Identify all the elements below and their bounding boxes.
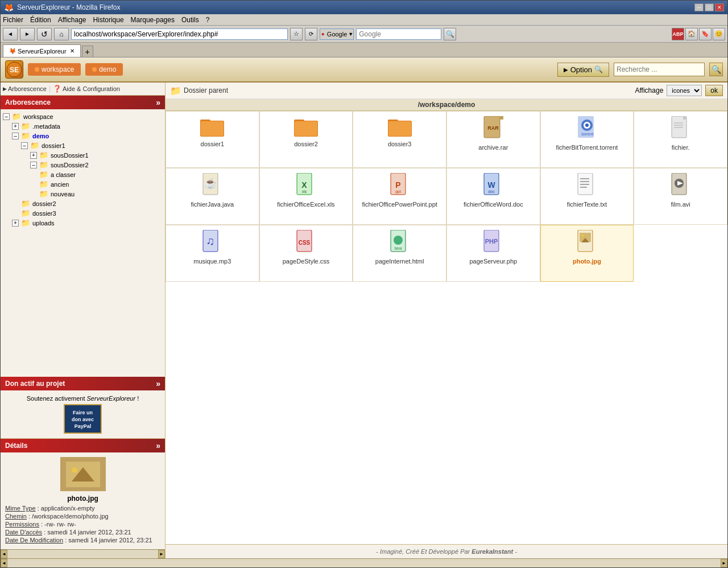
back-button[interactable]: ◄ <box>3 28 18 40</box>
file-cell-fichierTexte-txt[interactable]: fichierTexte.txt <box>540 168 634 225</box>
file-icon-video <box>671 173 691 199</box>
search-engine-dropdown-icon[interactable]: ▼ <box>348 31 353 37</box>
sidebar-scroll-track[interactable] <box>7 550 158 558</box>
browser-search-input[interactable] <box>356 28 441 40</box>
file-cell-dossier3[interactable]: dossier3 <box>353 111 446 168</box>
sidebar-scroll-right-btn[interactable]: ► <box>158 550 165 558</box>
expand-sousdossier1-icon[interactable]: + <box>30 152 37 159</box>
app-search-input[interactable] <box>614 63 705 76</box>
expand-workspace-icon[interactable]: – <box>3 113 10 120</box>
home-button[interactable]: ⌂ <box>54 28 69 40</box>
adblock-icon[interactable]: ABP <box>672 28 684 40</box>
tree-item-demo[interactable]: – 📁 demo <box>3 131 163 141</box>
file-icon-folder <box>388 116 412 138</box>
details-mime-row: Mime Type : application/x-empty <box>5 505 160 512</box>
paypal-button[interactable]: Faire undon avecPayPal <box>64 404 102 434</box>
maximize-button[interactable]: □ <box>705 3 714 11</box>
parent-folder-icon: 📁 <box>170 85 181 96</box>
section-collapse-icon[interactable]: » <box>156 98 160 107</box>
forward-button[interactable]: ► <box>20 28 35 40</box>
expand-uploads-icon[interactable]: + <box>12 220 19 227</box>
menu-outils[interactable]: Outils <box>181 16 199 24</box>
file-cell-pageInternet-html[interactable]: htmlpageInternet.html <box>353 225 446 282</box>
tree-item-uploads[interactable]: + 📁 uploads <box>3 218 163 228</box>
tree-item-dossier2[interactable]: 📁 dossier2 <box>3 199 163 208</box>
aide-config-nav-btn[interactable]: ❓ Aide & Configuration <box>53 85 120 93</box>
scroll-left-btn[interactable]: ◄ <box>1 559 7 567</box>
scroll-track[interactable] <box>7 559 721 567</box>
details-collapse-icon[interactable]: » <box>156 441 160 450</box>
reload-icon[interactable]: ⟳ <box>305 28 317 40</box>
file-cell-pageDeStyle-css[interactable]: CSSpageDeStyle.css <box>259 225 353 282</box>
tree-item-sousdossier2[interactable]: – 📁 sousDossier2 <box>3 160 163 170</box>
file-cell-dossier1[interactable]: dossier1 <box>166 111 259 168</box>
url-bar[interactable] <box>71 28 288 40</box>
browser-tab-main[interactable]: 🦊 ServeurExploreur ✕ <box>3 44 81 57</box>
donation-collapse-icon[interactable]: » <box>156 379 160 388</box>
parent-directory-button[interactable]: 📁 Dossier parent <box>170 85 228 96</box>
menu-affichage[interactable]: Affichage <box>58 16 86 24</box>
file-cell-ficherBitTorrent-torrent[interactable]: .torrentficherBitTorrent.torrent <box>540 111 634 168</box>
tree-item-sousdossier1[interactable]: + 📁 sousDossier1 <box>3 150 163 160</box>
sidebar-scroll-left-btn[interactable]: ◄ <box>1 550 7 558</box>
file-cell-fichierOfficeWord-doc[interactable]: WdocfichierOfficeWord.doc <box>446 168 540 225</box>
menu-edition[interactable]: Édition <box>30 16 51 24</box>
expand-demo-icon[interactable]: – <box>12 133 19 139</box>
tree-item-nouveau[interactable]: 📁 nouveau <box>3 189 163 199</box>
demo-tab[interactable]: demo <box>85 63 123 76</box>
file-cell-fichier-[interactable]: fichier. <box>634 111 727 168</box>
bookmark-star-icon[interactable]: ☆ <box>290 28 303 40</box>
svg-marker-18 <box>500 116 503 120</box>
home-icon[interactable]: 🏠 <box>685 28 698 40</box>
close-button[interactable]: ✕ <box>715 3 724 11</box>
tree-item-dossier3[interactable]: 📁 dossier3 <box>3 208 163 218</box>
tree-label-nouveau: nouveau <box>51 191 75 197</box>
file-name-label: dossier1 <box>201 141 225 147</box>
file-icon-css: CSS <box>296 230 316 256</box>
svg-rect-8 <box>201 121 224 136</box>
details-mime-value: application/x-empty <box>41 505 95 512</box>
tree-item-dossier1[interactable]: – 📁 dossier1 <box>3 141 163 150</box>
file-cell-archive-rar[interactable]: RARarchive.rar <box>446 111 540 168</box>
arborescence-label: Arborescence <box>8 85 47 92</box>
bookmark-icon[interactable]: 🔖 <box>699 28 712 40</box>
menu-help[interactable]: ? <box>206 16 210 24</box>
menu-marque-pages[interactable]: Marque-pages <box>131 16 175 24</box>
user-icon[interactable]: 😊 <box>713 28 725 40</box>
file-cell-photo-jpg[interactable]: photo.jpg <box>540 225 634 282</box>
menu-historique[interactable]: Historique <box>93 16 124 24</box>
scroll-right-btn[interactable]: ► <box>721 559 727 567</box>
ok-button[interactable]: ok <box>705 85 723 96</box>
workspace-tab[interactable]: workspace <box>28 63 81 76</box>
details-access-value: samedi 14 janvier 2012, 23:21 <box>47 529 131 536</box>
tree-item-aclasser[interactable]: 📁 a classer <box>3 170 163 179</box>
tree-item-ancien[interactable]: 📁 ancien <box>3 179 163 189</box>
new-tab-button[interactable]: + <box>82 46 93 57</box>
minimize-button[interactable]: ─ <box>694 3 704 11</box>
view-select[interactable]: icones <box>667 85 702 96</box>
file-cell-pageServeur-php[interactable]: PHPpageServeur.php <box>446 225 540 282</box>
file-cell-dossier2[interactable]: dossier2 <box>259 111 353 168</box>
tree-item-workspace[interactable]: – 📁 workspace <box>3 112 163 121</box>
menu-fichier[interactable]: Fichier <box>3 16 23 24</box>
file-cell-fichierJava-java[interactable]: ☕fichierJava.java <box>166 168 259 225</box>
file-cell-musique-mp3[interactable]: ♫musique.mp3 <box>166 225 259 282</box>
file-cell-fichierOfficePowerPoint-ppt[interactable]: PpptfichierOfficePowerPoint.ppt <box>353 168 446 225</box>
file-cell-fichierOfficeExcel-xls[interactable]: XxlsfichierOfficeExcel.xls <box>259 168 353 225</box>
footer-text2: - <box>513 548 517 555</box>
tree-label-aclasser: a classer <box>51 171 76 178</box>
option-button[interactable]: ▶ Option 🔍 <box>557 63 609 77</box>
refresh-button[interactable]: ↺ <box>37 28 52 40</box>
svg-text:☕: ☕ <box>204 177 217 190</box>
tab-close-icon[interactable]: ✕ <box>70 48 75 54</box>
file-cell-film-avi[interactable]: film.avi <box>634 168 727 225</box>
path-bar: /workspace/demo <box>166 99 727 111</box>
search-go-icon[interactable]: 🔍 <box>444 28 456 40</box>
expand-metadata-icon[interactable]: + <box>12 123 19 130</box>
tree-item-metadata[interactable]: + 📁 .metadata <box>3 121 163 131</box>
expand-dossier1-icon[interactable]: – <box>21 142 28 149</box>
app-search-button[interactable]: 🔍 <box>709 63 723 76</box>
demo-dot-icon <box>92 67 97 72</box>
arborescence-nav-btn[interactable]: ▶ Arborescence <box>3 85 47 93</box>
expand-sousdossier2-icon[interactable]: – <box>30 162 37 168</box>
